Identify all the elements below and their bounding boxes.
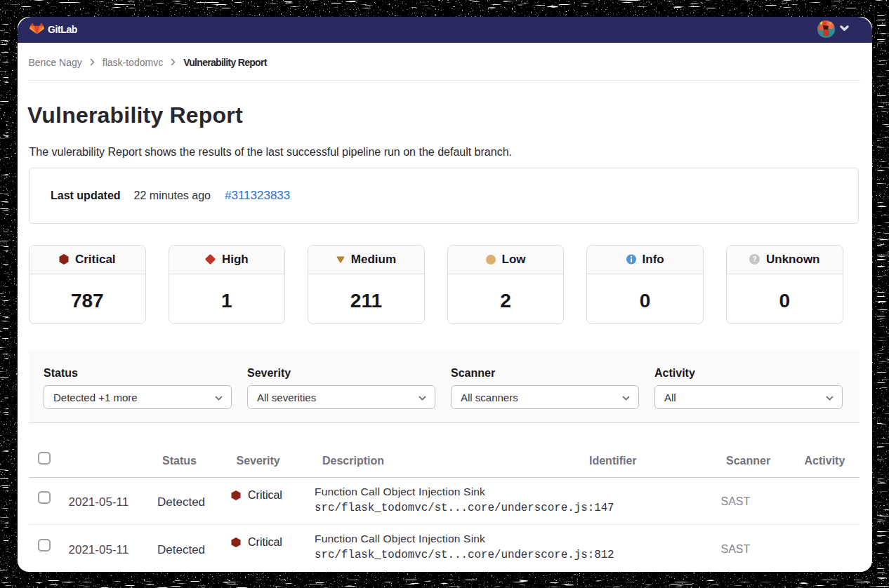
svg-text:?: ?	[752, 255, 756, 263]
